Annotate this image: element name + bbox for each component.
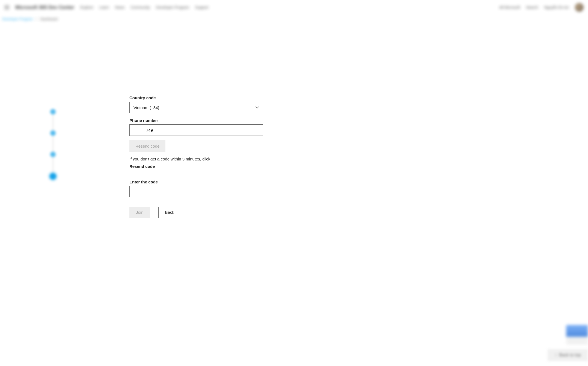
step-line <box>53 115 53 130</box>
nav-all-microsoft[interactable]: All Microsoft <box>499 5 520 10</box>
country-code-select[interactable]: Vietnam (+84) <box>129 102 263 113</box>
country-code-value: Vietnam (+84) <box>133 105 159 110</box>
step-3-dot <box>50 152 56 157</box>
breadcrumb-separator: / <box>36 17 37 21</box>
breadcrumb: Developer Program / Dashboard <box>0 15 588 24</box>
breadcrumb-link[interactable]: Developer Program <box>2 17 33 21</box>
action-buttons: Join Back <box>129 207 266 218</box>
step-4-dot <box>50 173 56 180</box>
step-line <box>53 136 53 152</box>
country-code-label: Country code <box>129 95 266 100</box>
info-text-bold: Resend code <box>129 164 266 169</box>
step-1-dot <box>50 109 56 115</box>
top-nav-bar: Microsoft 365 Dev Center Explore Learn N… <box>0 0 588 15</box>
nav-community[interactable]: Community <box>130 5 150 10</box>
avatar[interactable] <box>575 3 584 12</box>
nav-left: Microsoft 365 Dev Center Explore Learn N… <box>4 5 209 10</box>
back-button[interactable]: Back <box>158 207 181 218</box>
brand-title: Microsoft 365 Dev Center <box>15 5 74 10</box>
phone-verification-form: Country code Vietnam (+84) Phone number … <box>129 95 266 218</box>
phone-number-label: Phone number <box>129 118 266 123</box>
step-2-dot <box>50 130 56 136</box>
wizard-stepper <box>7 95 99 218</box>
info-text: If you don't get a code within 3 minutes… <box>129 156 266 162</box>
verification-code-input[interactable] <box>129 186 263 197</box>
enter-code-label: Enter the code <box>129 180 266 184</box>
step-line <box>53 157 53 173</box>
nav-learn[interactable]: Learn <box>99 5 109 10</box>
nav-explore[interactable]: Explore <box>80 5 93 10</box>
main-content: Country code Vietnam (+84) Phone number … <box>0 95 588 218</box>
breadcrumb-current: Dashboard <box>40 17 58 21</box>
resend-code-button[interactable]: Resend code <box>129 140 165 152</box>
chevron-down-icon <box>255 105 259 110</box>
nav-support[interactable]: Support <box>195 5 209 10</box>
hamburger-menu-icon[interactable] <box>4 5 9 9</box>
nav-search[interactable]: Search <box>526 5 538 10</box>
nav-user-name[interactable]: Nguyễn En An <box>544 5 569 10</box>
nav-news[interactable]: News <box>115 5 124 10</box>
nav-developer-program[interactable]: Developer Program <box>156 5 189 10</box>
join-button[interactable]: Join <box>129 207 150 218</box>
nav-right: All Microsoft Search Nguyễn En An <box>499 3 584 12</box>
phone-number-input[interactable] <box>129 124 263 136</box>
